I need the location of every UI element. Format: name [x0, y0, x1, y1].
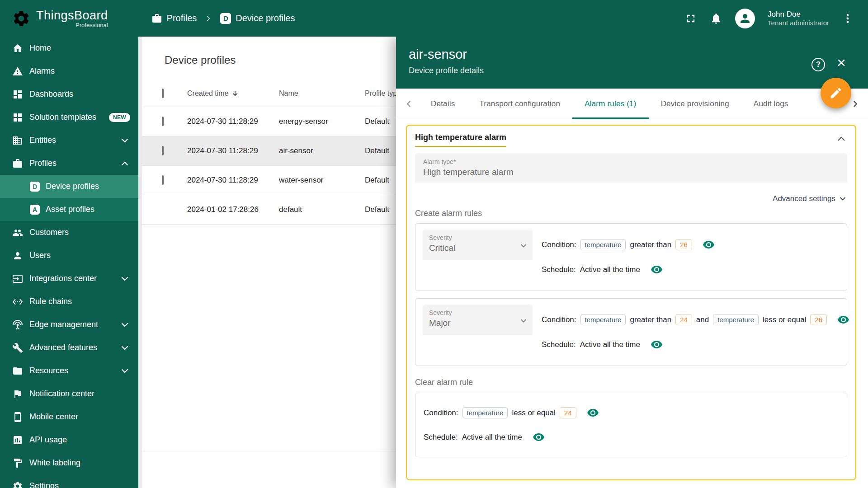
- view-condition-button[interactable]: [703, 239, 715, 251]
- header-actions: John Doe Tenant administrator: [684, 9, 856, 28]
- home-icon: [12, 43, 23, 54]
- edit-fab-button[interactable]: [821, 78, 851, 108]
- help-button[interactable]: ?: [811, 58, 825, 71]
- tab-alarm-rules[interactable]: Alarm rules (1): [572, 89, 648, 119]
- device-profiles-table: Created time Name Profile type 2024-07-3…: [142, 80, 396, 225]
- value-chip: 26: [675, 239, 692, 250]
- view-schedule-button[interactable]: [651, 263, 663, 276]
- fullscreen-icon: [684, 12, 697, 25]
- row-checkbox[interactable]: [162, 146, 164, 155]
- sidebar-item-solution-templates[interactable]: Solution templates NEW: [0, 106, 138, 129]
- column-created-time[interactable]: Created time: [187, 89, 279, 98]
- view-condition-button[interactable]: [587, 407, 599, 419]
- sidebar-item-label: Home: [29, 43, 51, 53]
- view-schedule-button[interactable]: [651, 338, 663, 351]
- folder-icon: [12, 366, 23, 376]
- breadcrumb: Profiles D Device profiles: [151, 13, 295, 24]
- cell-created: 2024-07-30 11:28:29: [187, 176, 279, 185]
- join-text: and: [696, 315, 709, 324]
- close-icon[interactable]: ×: [837, 55, 846, 70]
- kebab-menu-button[interactable]: [842, 13, 854, 24]
- sidebar-item-label: Edge management: [29, 320, 98, 329]
- sidebar-item-entities[interactable]: Entities: [0, 129, 138, 152]
- table-row[interactable]: 2024-07-30 11:28:29 energy-sensor Defaul…: [142, 107, 396, 136]
- chevron-right-icon: [850, 99, 860, 109]
- fullscreen-button[interactable]: [684, 12, 697, 25]
- gear-icon: [12, 481, 23, 488]
- view-condition-button[interactable]: [837, 314, 849, 326]
- dashboard-icon: [12, 89, 23, 100]
- cell-name: energy-sensor: [279, 117, 365, 126]
- sidebar-item-alarms[interactable]: Alarms: [0, 60, 138, 83]
- sidebar-item-dashboards[interactable]: Dashboards: [0, 83, 138, 106]
- alarm-type-field[interactable]: Alarm type* High temperature alarm: [415, 153, 847, 183]
- sidebar-item-asset-profiles[interactable]: A Asset profiles: [0, 198, 138, 221]
- tab-audit-logs[interactable]: Audit logs: [741, 89, 801, 119]
- table-row[interactable]: 2024-01-02 17:28:26 default Default: [142, 195, 396, 225]
- breadcrumb-device-profiles[interactable]: D Device profiles: [220, 13, 295, 24]
- notifications-button[interactable]: [710, 12, 722, 25]
- sidebar-item-home[interactable]: Home: [0, 37, 138, 60]
- tab-details[interactable]: Details: [419, 89, 467, 119]
- chevron-down-icon: [119, 273, 130, 284]
- product-name: ThingsBoard: [36, 9, 108, 22]
- sidebar-item-notification-center[interactable]: Notification center: [0, 382, 138, 405]
- table-row[interactable]: 2024-07-30 11:28:29 water-sensor Default: [142, 166, 396, 195]
- sidebar-item-customers[interactable]: Customers: [0, 221, 138, 244]
- sidebar-item-edge-management[interactable]: Edge management: [0, 313, 138, 336]
- tab-device-provisioning[interactable]: Device provisioning: [649, 89, 741, 119]
- severity-label: Severity: [429, 309, 526, 316]
- tools-icon: [12, 343, 23, 353]
- app-root: ThingsBoard Professional Profiles D Devi…: [0, 0, 868, 488]
- warning-icon: [12, 66, 23, 77]
- table-row[interactable]: 2024-07-30 11:28:29 air-sensor Default: [142, 136, 396, 166]
- briefcase-icon: [151, 13, 162, 24]
- row-checkbox[interactable]: [162, 117, 164, 126]
- product-edition: Professional: [75, 22, 108, 28]
- schedule-label: Schedule:: [542, 265, 576, 274]
- sidebar-item-rule-chains[interactable]: Rule chains: [0, 290, 138, 313]
- flag-icon: [12, 389, 23, 399]
- sidebar-scrollbar[interactable]: [138, 37, 142, 488]
- sidebar-item-label: Dashboards: [29, 89, 73, 99]
- thingsboard-logo[interactable]: ThingsBoard Professional: [12, 9, 108, 28]
- collapse-button[interactable]: [835, 133, 847, 146]
- sidebar-item-mobile-center[interactable]: Mobile center: [0, 405, 138, 428]
- chevron-down-icon: [519, 316, 528, 325]
- sidebar-item-device-profiles[interactable]: D Device profiles: [0, 175, 138, 198]
- column-profile-type[interactable]: Profile type: [365, 89, 396, 98]
- advanced-settings-toggle[interactable]: Advanced settings: [415, 194, 847, 203]
- sidebar-item-settings[interactable]: Settings: [0, 474, 138, 488]
- schedule-value: Active all the time: [580, 265, 640, 274]
- sidebar-item-users[interactable]: Users: [0, 244, 138, 267]
- chevron-down-icon: [119, 343, 130, 353]
- top-header: ThingsBoard Professional Profiles D Devi…: [0, 0, 868, 37]
- sidebar-item-label: Resources: [29, 366, 68, 375]
- row-checkbox[interactable]: [162, 175, 164, 185]
- advanced-settings-label: Advanced settings: [773, 194, 835, 203]
- severity-select[interactable]: Severity Critical: [423, 230, 533, 260]
- severity-select[interactable]: Severity Major: [423, 305, 533, 335]
- cell-type: Default: [365, 146, 396, 155]
- sidebar-item-white-labeling[interactable]: White labeling: [0, 451, 138, 474]
- sidebar-item-resources[interactable]: Resources: [0, 359, 138, 382]
- page-title: Device profiles: [142, 37, 396, 66]
- tab-transport-configuration[interactable]: Transport configuration: [467, 89, 572, 119]
- condition-label: Condition:: [542, 240, 576, 249]
- sidebar-item-advanced-features[interactable]: Advanced features: [0, 336, 138, 359]
- alarm-type-label: Alarm type*: [423, 158, 839, 165]
- select-all-checkbox[interactable]: [162, 89, 164, 98]
- chevron-up-icon: [119, 158, 130, 169]
- avatar[interactable]: [735, 9, 755, 28]
- column-name[interactable]: Name: [279, 89, 365, 98]
- sidebar-item-label: Notification center: [29, 389, 94, 399]
- schedule-row: Schedule: Active all the time: [542, 263, 715, 276]
- sidebar-item-integrations-center[interactable]: Integrations center: [0, 267, 138, 290]
- pencil-icon: [829, 86, 843, 100]
- view-schedule-button[interactable]: [533, 431, 545, 443]
- severity-value: Major: [429, 318, 526, 328]
- breadcrumb-profiles[interactable]: Profiles: [151, 13, 197, 24]
- tabs-scroll-left-button[interactable]: [399, 89, 419, 119]
- sidebar-item-api-usage[interactable]: API usage: [0, 428, 138, 451]
- sidebar-item-profiles[interactable]: Profiles: [0, 152, 138, 175]
